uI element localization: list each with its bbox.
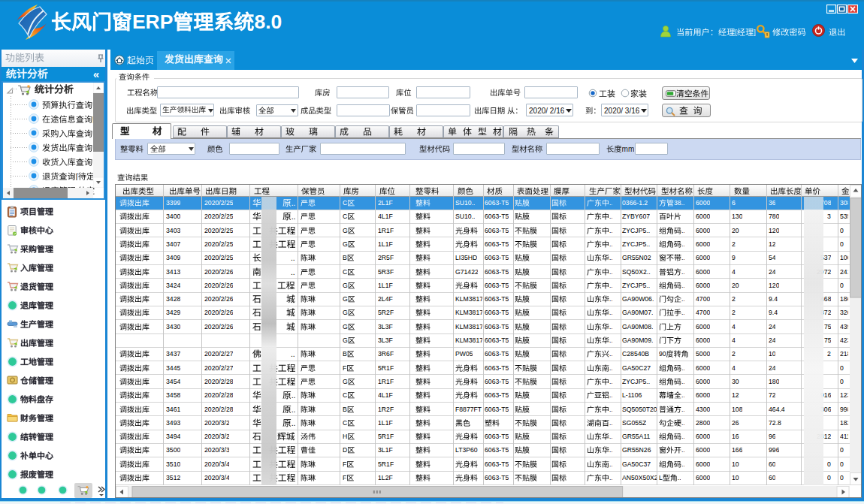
svg-text:3429: 3429 — [166, 309, 180, 317]
svg-text:423: 423 — [840, 337, 849, 344]
svg-text:B: B — [343, 351, 347, 358]
svg-text:24: 24 — [769, 268, 776, 276]
svg-text:L: L — [659, 474, 663, 481]
svg-text:6000: 6000 — [696, 227, 710, 234]
svg-text:..: .. — [291, 268, 295, 276]
svg-text:3510: 3510 — [166, 460, 180, 468]
svg-text:3500: 3500 — [166, 447, 180, 454]
svg-text:G: G — [343, 240, 348, 248]
svg-text:0: 0 — [840, 364, 844, 372]
svg-text:..: .. — [291, 419, 295, 427]
svg-text:..: .. — [681, 296, 684, 303]
svg-text:C: C — [343, 199, 347, 207]
svg-text:..: .. — [609, 433, 612, 441]
svg-text:3428: 3428 — [166, 296, 180, 303]
svg-text:..: .. — [681, 406, 684, 413]
svg-text:2: 2 — [732, 351, 736, 358]
svg-text:411: 411 — [840, 433, 849, 441]
svg-text:..: .. — [681, 255, 684, 262]
svg-text:C: C — [343, 268, 347, 276]
svg-text:108: 108 — [732, 406, 742, 413]
svg-text:6063-T5: 6063-T5 — [485, 255, 509, 262]
svg-text:2020/ 3/16: 2020/ 3/16 — [604, 107, 639, 115]
svg-text:5000: 5000 — [696, 351, 710, 358]
svg-text:LI35HD: LI35HD — [455, 255, 477, 262]
svg-text:123: 123 — [840, 392, 849, 400]
svg-text:96: 96 — [769, 433, 776, 441]
svg-text:2020/3/3: 2020/3/3 — [204, 447, 230, 454]
svg-text:6063-T5: 6063-T5 — [485, 282, 509, 289]
svg-text:4300: 4300 — [696, 406, 710, 413]
svg-text:535: 535 — [840, 213, 849, 221]
svg-text:3461: 3461 — [166, 406, 180, 413]
svg-text:..: .. — [291, 391, 295, 400]
svg-text:130: 130 — [732, 213, 742, 221]
svg-text:6000: 6000 — [696, 213, 710, 221]
svg-text:6000: 6000 — [696, 460, 710, 468]
svg-text:..: .. — [609, 282, 612, 289]
svg-text:3413: 3413 — [166, 268, 180, 276]
svg-text:8.0: 8.0 — [254, 11, 282, 32]
svg-text:20: 20 — [732, 227, 739, 234]
svg-text:0: 0 — [827, 460, 831, 468]
svg-text:ZYCJP5..: ZYCJP5.. — [622, 240, 650, 248]
svg-text:2L4F: 2L4F — [378, 296, 393, 303]
svg-text:6063-T5: 6063-T5 — [485, 227, 509, 234]
svg-text:2020/2/27: 2020/2/27 — [204, 351, 234, 358]
svg-text:..: .. — [609, 227, 612, 234]
svg-text:4700: 4700 — [696, 296, 710, 303]
svg-text:..: .. — [681, 392, 684, 400]
svg-text:3454: 3454 — [166, 378, 180, 385]
svg-text:ZYCJP5..: ZYCJP5.. — [622, 282, 650, 289]
svg-text:3409: 3409 — [166, 255, 180, 262]
svg-text:2020/2/25: 2020/2/25 — [204, 213, 234, 221]
svg-text:6000: 6000 — [696, 474, 710, 481]
svg-text:0: 0 — [827, 474, 831, 481]
svg-text:3512: 3512 — [166, 474, 180, 481]
svg-text:6063-T5: 6063-T5 — [485, 433, 509, 441]
svg-text:2020/2/26: 2020/2/26 — [204, 296, 234, 303]
svg-text:1R1F: 1R1F — [378, 227, 394, 234]
svg-text:..: .. — [609, 419, 612, 427]
svg-text:ZYBY607: ZYBY607 — [622, 213, 650, 221]
svg-text:..: .. — [291, 213, 295, 221]
svg-text:..: .. — [609, 364, 612, 372]
svg-text:..: .. — [681, 433, 684, 441]
svg-text:PW05: PW05 — [455, 351, 473, 358]
svg-text:..: .. — [609, 406, 612, 413]
svg-text:2: 2 — [827, 351, 831, 358]
svg-text:3L3F: 3L3F — [378, 337, 393, 344]
svg-text:G: G — [343, 296, 348, 303]
svg-text:30: 30 — [732, 378, 739, 385]
svg-text:6063-T5: 6063-T5 — [485, 392, 509, 400]
svg-text:0: 0 — [840, 447, 844, 454]
svg-text:LT3P60: LT3P60 — [455, 447, 478, 454]
svg-text:6000: 6000 — [696, 337, 710, 344]
svg-text:4: 4 — [732, 268, 736, 276]
svg-text:GR55N26: GR55N26 — [622, 447, 651, 454]
svg-text:4L1F: 4L1F — [378, 392, 393, 400]
svg-text:..: .. — [609, 199, 612, 207]
svg-text:4: 4 — [732, 337, 736, 344]
svg-text:0: 0 — [840, 460, 844, 468]
svg-text:2020/2/28: 2020/2/28 — [204, 406, 234, 413]
svg-text:2020/3/4: 2020/3/4 — [204, 460, 230, 468]
svg-text:6000: 6000 — [696, 268, 710, 276]
svg-text:6063-T5: 6063-T5 — [485, 378, 509, 385]
svg-text:90: 90 — [659, 351, 666, 358]
svg-text:2020/2/25: 2020/2/25 — [204, 227, 234, 234]
svg-text:3445: 3445 — [166, 364, 180, 372]
svg-text:6000: 6000 — [696, 240, 710, 248]
svg-text:2L1F: 2L1F — [378, 199, 393, 207]
svg-text:G71422: G71422 — [455, 268, 479, 276]
svg-text:1R1F: 1R1F — [378, 378, 394, 385]
svg-text:GA50C37: GA50C37 — [622, 460, 651, 468]
svg-text:..: .. — [681, 309, 684, 317]
svg-text:KLM3817: KLM3817 — [455, 309, 483, 317]
svg-text:2020/2/28: 2020/2/28 — [204, 378, 234, 385]
svg-text:ZYCJP5..: ZYCJP5.. — [622, 378, 650, 385]
svg-text:0: 0 — [840, 227, 844, 234]
svg-text:3430: 3430 — [166, 323, 180, 330]
svg-text:GR55A11: GR55A11 — [622, 433, 651, 441]
svg-text:6063-T5: 6063-T5 — [485, 460, 509, 468]
